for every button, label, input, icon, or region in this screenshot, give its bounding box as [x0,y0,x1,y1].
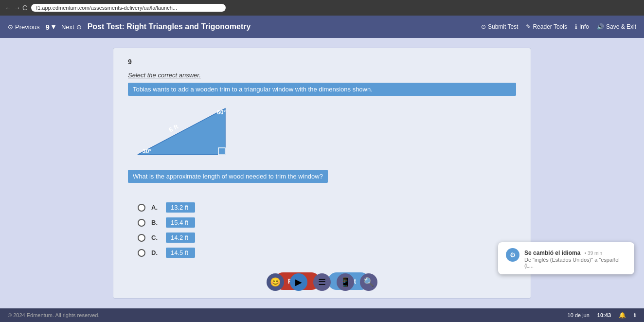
notification-subtitle: De "inglés (Estados Unidos)" a "español … [524,257,626,268]
notification-icon: ⚙ [506,248,519,262]
svg-text:60°: 60° [217,109,226,116]
footer-icon-2[interactable]: ℹ [634,312,636,319]
back-button[interactable]: ← [5,4,12,12]
forward-button[interactable]: → [14,4,20,12]
submit-icon: ⊙ [481,23,486,30]
previous-icon: ⊙ [8,23,13,31]
radio-d[interactable] [138,249,145,257]
option-a[interactable]: A. 13.2 ft [138,202,516,213]
answer-options: A. 13.2 ft B. 15.4 ft C. 14.2 ft D. 14.5… [138,202,516,258]
option-a-letter: A. [151,204,160,211]
main-content: 9 Select the correct answer. Tobias want… [0,38,644,308]
browser-bar: ← → C f1.app.edmentum.com/assessments-de… [0,0,644,16]
url-text: f1.app.edmentum.com/assessments-delivery… [36,5,177,11]
svg-text:30°: 30° [143,148,151,155]
notification-time: • 39 min [585,250,602,256]
option-d-letter: D. [151,249,160,256]
question-text-container: What is the approximate length of wood n… [128,170,516,193]
taskbar-icon-2[interactable]: ▶ [290,273,307,291]
reload-button[interactable]: C [22,4,27,12]
taskbar-icons: 😊 ▶ ☰ 📱 🔍 [267,273,377,291]
option-a-value: 13.2 ft [166,202,195,213]
next-header-button[interactable]: Next ⊙ [61,23,82,31]
nav-arrows: ← → C [5,4,27,12]
page-title: Post Test: Right Triangles and Trigonome… [88,22,251,31]
notification-popup: ⚙ Se cambió el idioma • 39 min De "inglé… [498,242,634,274]
footer-date: 10 de jun [568,312,590,318]
question-selector[interactable]: 9 ▾ [46,22,55,31]
option-c-value: 14.2 ft [166,233,195,243]
instruction-text: Select the correct answer. [128,72,516,79]
radio-a[interactable] [138,204,145,212]
info-icon: ℹ [575,23,577,30]
option-b-letter: B. [151,219,160,226]
notification-title: Se cambió el idioma [524,250,580,256]
taskbar-icon-3[interactable]: ☰ [313,273,331,291]
option-d[interactable]: D. 14.5 ft [138,248,516,258]
question-card: 9 Select the correct answer. Tobias want… [113,48,531,299]
notification-content: Se cambió el idioma • 39 min De "inglés … [524,248,626,268]
footer: © 2024 Edmentum. All rights reserved. 10… [0,308,644,322]
save-exit-button[interactable]: 🔊 Save & Exit [597,23,636,30]
previous-button[interactable]: ⊙ Previous [8,23,40,31]
next-icon: ⊙ [76,23,82,31]
triangle-diagram: 60° 6 ft 30° [128,104,230,162]
reader-tools-button[interactable]: ✎ Reader Tools [526,23,567,30]
footer-right: 10 de jun 10:43 🔔 ℹ [568,312,636,319]
footer-time: 10:43 [597,312,611,318]
audio-icon: 🔊 [597,23,604,30]
submit-test-button[interactable]: ⊙ Submit Test [481,23,518,30]
info-button[interactable]: ℹ Info [575,23,589,30]
header-left: ⊙ Previous 9 ▾ Next ⊙ Post Test: Right T… [8,22,250,31]
diagram-area: 60° 6 ft 30° [128,104,516,164]
svg-text:6 ft: 6 ft [168,123,180,134]
option-c[interactable]: C. 14.2 ft [138,233,516,243]
option-b[interactable]: B. 15.4 ft [138,217,516,228]
question-number: 9 [128,58,516,66]
question-text: What is the approximate length of wood n… [128,170,328,183]
option-b-value: 15.4 ft [166,217,195,228]
taskbar-icon-5[interactable]: 🔍 [360,273,377,291]
header-right: ⊙ Submit Test ✎ Reader Tools ℹ Info 🔊 Sa… [481,23,636,30]
option-c-letter: C. [151,234,160,241]
taskbar-icon-1[interactable]: 😊 [267,273,284,291]
option-d-value: 14.5 ft [166,248,195,258]
problem-text: Tobias wants to add a wooden trim to a t… [128,83,516,96]
copyright-text: © 2024 Edmentum. All rights reserved. [8,312,99,318]
app-header: ⊙ Previous 9 ▾ Next ⊙ Post Test: Right T… [0,16,644,38]
reader-tools-icon: ✎ [526,23,531,30]
radio-b[interactable] [138,219,145,227]
notification-header: Se cambió el idioma • 39 min [524,248,626,257]
taskbar-icon-4[interactable]: 📱 [337,273,354,291]
radio-c[interactable] [138,234,145,242]
footer-icon-1[interactable]: 🔔 [619,312,626,319]
url-bar[interactable]: f1.app.edmentum.com/assessments-delivery… [31,4,226,12]
